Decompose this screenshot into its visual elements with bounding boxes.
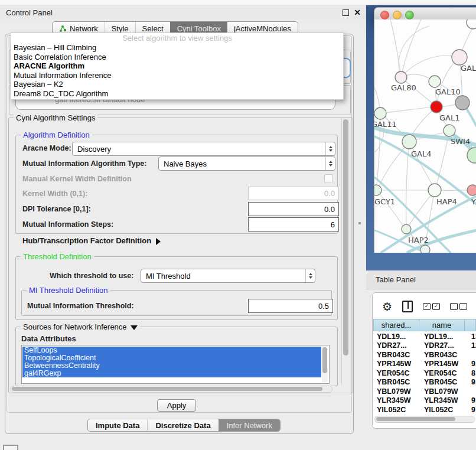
mi-type-value: Naive Bayes: [159, 157, 325, 170]
mi-threshold-field[interactable]: 0.5: [248, 299, 333, 313]
algorithm-dropdown-popup: Select algorithm to view settings Bayesi…: [11, 32, 344, 100]
settings-vscrollbar[interactable]: [341, 118, 350, 385]
settings-hscrollbar[interactable]: [10, 386, 332, 393]
network-node[interactable]: [420, 245, 430, 253]
gear-icon[interactable]: ⚙: [382, 301, 392, 312]
table-cell: YBL079W: [373, 387, 422, 396]
table-hscrollbar[interactable]: [374, 416, 475, 423]
network-node[interactable]: [429, 76, 441, 87]
list-vscrollbar[interactable]: [322, 346, 328, 382]
settings-vscrollbar-thumb[interactable]: [343, 119, 348, 356]
network-view: GALGAL80GAL10GAL1GAL11SWI4GAL4GCY1HAP4YH…: [374, 19, 476, 253]
node-label: GCY1: [374, 197, 395, 206]
network-node[interactable]: [467, 185, 476, 195]
table-cell: YBR043C: [373, 351, 422, 359]
show-columns-icon[interactable]: ✓✓: [423, 303, 440, 310]
mi-steps-field[interactable]: 6: [248, 217, 339, 231]
close-window-icon[interactable]: [380, 11, 389, 19]
table-row[interactable]: YDR27...YDR27...12: [373, 341, 476, 351]
hub-definition-toggle[interactable]: Hub/Transcription Factor Definition: [22, 236, 161, 245]
which-threshold-combo[interactable]: MI Threshold: [141, 269, 315, 283]
tab-infer-network[interactable]: Infer Network: [219, 419, 280, 431]
node-label: GAL80: [391, 83, 416, 92]
manual-kernel-checkbox[interactable]: [324, 174, 333, 183]
close-panel-button[interactable]: ✕: [353, 8, 361, 17]
network-node[interactable]: [402, 135, 416, 149]
network-node[interactable]: [455, 96, 470, 110]
attr-items: SelfLoopsTopologicalCoefficientBetweenne…: [22, 347, 321, 377]
node-label: GAL11: [374, 120, 397, 129]
table-cell: 9: [467, 406, 476, 414]
table-panel-titlebar: Table Panel: [366, 270, 476, 289]
hide-columns-icon[interactable]: [450, 303, 467, 310]
aracne-mode-value: Discovery: [73, 142, 325, 155]
aracne-mode-label: Aracne Mode:: [22, 144, 71, 152]
float-panel-button[interactable]: [341, 8, 350, 17]
table-cell: YIL052C: [373, 406, 422, 414]
table-cell: 9.: [467, 396, 476, 405]
stepper-icon: [325, 157, 335, 170]
table-cell: YDR27...: [373, 341, 422, 350]
kernel-width-field[interactable]: 0.0: [248, 187, 339, 200]
apply-button[interactable]: Apply: [157, 399, 196, 412]
tab-impute-data[interactable]: Impute Data: [88, 419, 147, 431]
network-node[interactable]: [431, 101, 442, 113]
network-canvas[interactable]: GALGAL80GAL10GAL1GAL11SWI4GAL4GCY1HAP4YH…: [374, 19, 476, 253]
settings-hscrollbar-thumb[interactable]: [12, 387, 322, 391]
table-cell: YBL079W: [422, 387, 467, 396]
network-node[interactable]: [452, 50, 467, 65]
network-node[interactable]: [428, 184, 441, 197]
aracne-mode-combo[interactable]: Discovery: [72, 142, 335, 156]
splitter-handle[interactable]: [358, 222, 361, 224]
attribute-list-item[interactable]: gal4RGexp: [22, 370, 321, 377]
table-row[interactable]: YBR043CYBR043C: [373, 350, 476, 360]
algorithm-option[interactable]: Bayesian – Hill Climbing: [11, 43, 343, 53]
network-node[interactable]: [402, 224, 411, 234]
table-row[interactable]: YDL19...YDL19...13: [373, 332, 476, 341]
algorithm-option[interactable]: Dream8 DC_TDC Algorithm: [11, 89, 343, 99]
network-window-titlebar[interactable]: [374, 7, 476, 21]
list-vscrollbar-thumb[interactable]: [322, 347, 327, 373]
table-row[interactable]: YBL079WYBL079W: [373, 387, 476, 396]
attribute-list-item[interactable]: BetweennessCentrality: [22, 362, 321, 370]
network-node[interactable]: [374, 185, 382, 195]
node-label: GAL1: [439, 113, 459, 122]
table-cell: 9.: [467, 360, 476, 368]
float-icon: [343, 9, 349, 16]
column-header-shared-name[interactable]: shared...: [373, 319, 419, 331]
zoom-window-icon[interactable]: [405, 11, 414, 19]
network-node[interactable]: [467, 19, 476, 29]
algorithm-option-list: Bayesian – Hill ClimbingBasic Correlatio…: [11, 43, 343, 98]
network-node[interactable]: [467, 148, 476, 163]
split-columns-icon[interactable]: [402, 301, 413, 312]
mi-type-combo[interactable]: Naive Bayes: [158, 156, 335, 171]
table-row[interactable]: YER054CYER054C8.: [373, 369, 476, 378]
minimize-window-icon[interactable]: [393, 11, 402, 19]
which-threshold-label: Which threshold to use:: [50, 272, 133, 280]
algorithm-option[interactable]: Mutual Information Inference: [11, 71, 343, 80]
table-hscrollbar-thumb[interactable]: [376, 417, 455, 421]
stepper-icon: [325, 142, 335, 155]
table-row[interactable]: YPR145WYPR145W9.: [373, 360, 476, 369]
table-row[interactable]: YLR345WYLR345W9.: [373, 396, 476, 406]
control-panel-title: Control Panel: [0, 8, 53, 17]
algorithm-option[interactable]: Bayesian – K2: [11, 80, 343, 89]
minimized-panel-fragment[interactable]: [3, 445, 18, 450]
column-header-name[interactable]: name: [419, 319, 465, 331]
data-attributes-list[interactable]: SelfLoopsTopologicalCoefficientBetweenne…: [21, 345, 330, 384]
manual-kernel-label: Manual Kernel Width Definition: [22, 175, 132, 183]
network-node[interactable]: [444, 125, 455, 136]
table-row[interactable]: YIL052CYIL052C9: [373, 405, 476, 415]
control-panel-titlebar: Control Panel ✕: [0, 5, 366, 19]
column-header-partial[interactable]: [465, 319, 476, 331]
table-cell: YPR145W: [373, 360, 422, 368]
node-label: HAP2: [408, 236, 429, 244]
algorithm-option[interactable]: ARACNE Algorithm: [11, 61, 343, 71]
network-node[interactable]: [374, 107, 386, 119]
dpi-tolerance-field[interactable]: 0.0: [248, 202, 339, 216]
algorithm-option[interactable]: Basic Correlation Inference: [11, 53, 343, 62]
network-node[interactable]: [395, 71, 407, 83]
sources-legend[interactable]: Sources for Network Inference: [21, 322, 140, 331]
table-row[interactable]: YBR045CYBR045C9.: [373, 378, 476, 387]
tab-discretize-data[interactable]: Discretize Data: [147, 419, 218, 431]
